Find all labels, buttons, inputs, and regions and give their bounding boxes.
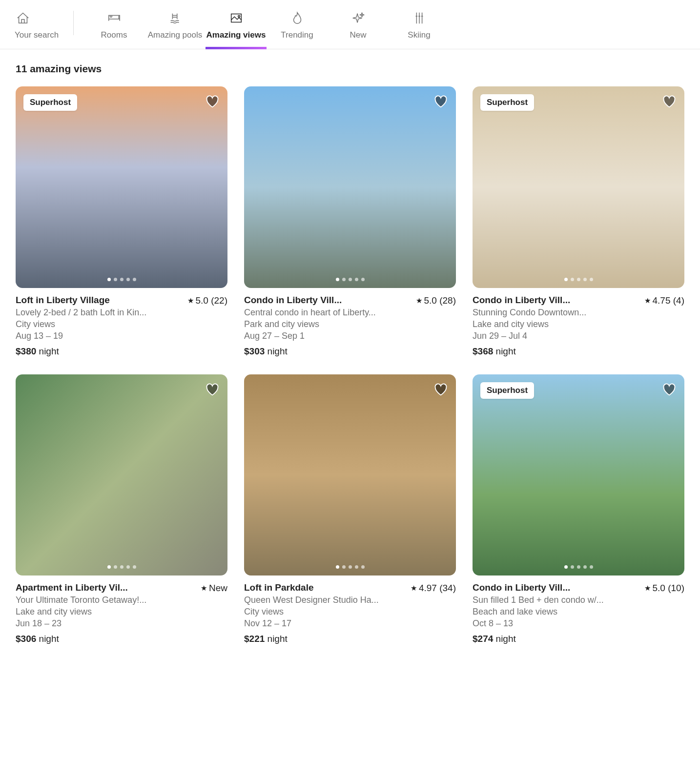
tab-trending[interactable]: Trending xyxy=(267,6,328,49)
listings-grid: SuperhostLoft in Liberty Village★ 5.0 (2… xyxy=(16,86,684,644)
heart-icon[interactable] xyxy=(205,94,220,109)
heart-icon[interactable] xyxy=(205,382,220,397)
content-area: 11 amazing views SuperhostLoft in Libert… xyxy=(0,49,700,658)
listing-dates: Aug 27 – Sep 1 xyxy=(244,331,456,341)
carousel-dot[interactable] xyxy=(349,278,352,281)
tab-rooms[interactable]: Rooms xyxy=(83,6,144,49)
carousel-dot[interactable] xyxy=(133,278,136,281)
carousel-dot[interactable] xyxy=(342,278,346,281)
star-icon: ★ xyxy=(416,296,422,305)
carousel-dot[interactable] xyxy=(126,565,130,569)
listing-title: Apartment in Liberty Vil... xyxy=(16,582,197,593)
carousel-dot[interactable] xyxy=(336,278,339,281)
listing-card[interactable]: SuperhostCondo in Liberty Vill...★ 5.0 (… xyxy=(473,374,684,645)
listing-price: $221 xyxy=(244,634,265,644)
carousel-dot[interactable] xyxy=(590,278,593,281)
flame-icon xyxy=(289,10,306,26)
superhost-badge: Superhost xyxy=(480,382,534,399)
carousel-dots xyxy=(473,565,684,569)
listing-rating: ★ 5.0 (28) xyxy=(416,295,456,306)
carousel-dot[interactable] xyxy=(114,278,117,281)
carousel-dot[interactable] xyxy=(133,565,136,569)
listing-title: Condo in Liberty Vill... xyxy=(473,295,640,306)
carousel-dot[interactable] xyxy=(120,278,124,281)
tab-amazing-pools[interactable]: Amazing pools xyxy=(144,6,206,49)
star-icon: ★ xyxy=(411,584,417,593)
tab-label: Amazing pools xyxy=(148,30,203,40)
listing-description: Central condo in heart of Liberty... xyxy=(244,308,456,318)
carousel-dots xyxy=(244,278,456,281)
superhost-badge: Superhost xyxy=(23,94,77,111)
rating-label: 5.0 (10) xyxy=(653,583,684,594)
listing-image[interactable]: Superhost xyxy=(16,86,227,288)
listing-price: $274 xyxy=(473,634,493,644)
listing-image[interactable]: Superhost xyxy=(473,374,684,576)
carousel-dot[interactable] xyxy=(336,565,339,569)
bed-icon xyxy=(106,10,123,26)
tab-new[interactable]: New xyxy=(328,6,389,49)
heart-icon[interactable] xyxy=(662,94,677,109)
listing-image[interactable] xyxy=(244,86,456,288)
carousel-dot[interactable] xyxy=(126,278,130,281)
listing-description: Stunning Condo Downtown... xyxy=(473,308,684,318)
heart-icon[interactable] xyxy=(662,382,677,397)
listing-card[interactable]: SuperhostLoft in Liberty Village★ 5.0 (2… xyxy=(16,86,227,357)
listing-price: $380 xyxy=(16,346,36,356)
carousel-dot[interactable] xyxy=(571,278,574,281)
listing-description: Lovely 2-bed / 2 bath Loft in Kin... xyxy=(16,308,227,318)
listing-title-row: Condo in Liberty Vill...★ 5.0 (10) xyxy=(473,582,684,594)
tab-amazing-views[interactable]: Amazing views xyxy=(206,6,267,49)
svg-point-1 xyxy=(238,15,240,17)
listing-card[interactable]: SuperhostCondo in Liberty Vill...★ 4.75 … xyxy=(473,86,684,357)
listing-views: Park and city views xyxy=(244,319,456,329)
listing-price-row: $306 night xyxy=(16,634,227,644)
house-icon xyxy=(15,10,31,26)
listing-card[interactable]: Apartment in Liberty Vil...★ NewYour Ult… xyxy=(16,374,227,645)
carousel-dots xyxy=(244,565,456,569)
carousel-dot[interactable] xyxy=(355,278,358,281)
carousel-dot[interactable] xyxy=(355,565,358,569)
carousel-dot[interactable] xyxy=(107,278,111,281)
listing-dates: Nov 12 – 17 xyxy=(244,618,456,629)
carousel-dot[interactable] xyxy=(114,565,117,569)
listing-dates: Aug 13 – 19 xyxy=(16,331,227,341)
carousel-dot[interactable] xyxy=(361,278,365,281)
listing-description: Queen West Designer Studio Ha... xyxy=(244,595,456,605)
carousel-dot[interactable] xyxy=(577,278,580,281)
ski-icon xyxy=(411,10,428,26)
star-icon: ★ xyxy=(187,296,194,305)
listing-title-row: Loft in Parkdale★ 4.97 (34) xyxy=(244,582,456,594)
listing-price-unit: night xyxy=(36,634,59,644)
listing-views: Lake and city views xyxy=(473,319,684,329)
listing-image[interactable] xyxy=(16,374,227,576)
listing-card[interactable]: Loft in Parkdale★ 4.97 (34)Queen West De… xyxy=(244,374,456,645)
tab-skiing[interactable]: Skiing xyxy=(389,6,450,49)
listing-card[interactable]: Condo in Liberty Vill...★ 5.0 (28)Centra… xyxy=(244,86,456,357)
tab-your-search[interactable]: Your search xyxy=(15,6,73,49)
tab-label: New xyxy=(350,30,366,40)
tab-label: Skiing xyxy=(408,30,430,40)
carousel-dot[interactable] xyxy=(564,565,568,569)
listing-price-row: $380 night xyxy=(16,346,227,357)
carousel-dot[interactable] xyxy=(564,278,568,281)
listing-rating: ★ 4.75 (4) xyxy=(644,295,684,306)
carousel-dot[interactable] xyxy=(120,565,124,569)
carousel-dot[interactable] xyxy=(571,565,574,569)
listing-rating: ★ 4.97 (34) xyxy=(411,583,456,594)
carousel-dot[interactable] xyxy=(577,565,580,569)
listing-title-row: Condo in Liberty Vill...★ 5.0 (28) xyxy=(244,295,456,306)
carousel-dot[interactable] xyxy=(583,278,587,281)
carousel-dot[interactable] xyxy=(349,565,352,569)
carousel-dot[interactable] xyxy=(361,565,365,569)
results-heading: 11 amazing views xyxy=(16,63,684,75)
carousel-dot[interactable] xyxy=(583,565,587,569)
carousel-dot[interactable] xyxy=(590,565,593,569)
listing-image[interactable]: Superhost xyxy=(473,86,684,288)
carousel-dot[interactable] xyxy=(342,565,346,569)
carousel-dot[interactable] xyxy=(107,565,111,569)
tab-label: Amazing views xyxy=(206,30,266,40)
star-icon: ★ xyxy=(644,296,651,305)
heart-icon[interactable] xyxy=(433,382,448,397)
heart-icon[interactable] xyxy=(433,94,448,109)
listing-image[interactable] xyxy=(244,374,456,576)
